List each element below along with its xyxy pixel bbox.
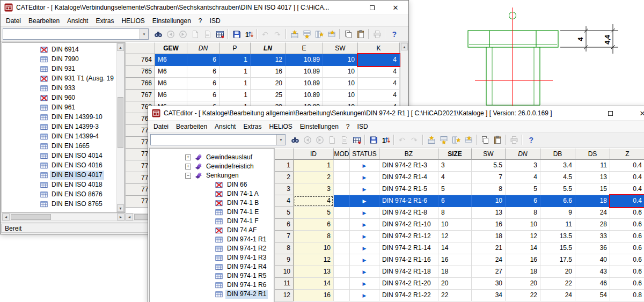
cell[interactable]: 20 xyxy=(251,78,286,90)
cell[interactable]: 14 xyxy=(506,242,540,254)
cell[interactable]: 12 xyxy=(294,254,334,266)
cell[interactable]: 8 xyxy=(438,207,472,219)
cell[interactable]: ▶ xyxy=(350,160,379,172)
cell[interactable]: 13 xyxy=(472,207,506,219)
insert-row-below-button[interactable] xyxy=(301,28,313,40)
nav-back-button[interactable] xyxy=(164,28,177,40)
cell[interactable]: 33 xyxy=(575,231,610,242)
row-header[interactable]: 9 xyxy=(275,254,294,266)
tree-item-din-74-af[interactable]: DIN 74 AF xyxy=(225,226,258,235)
cell[interactable]: DIN 974-2 R1-6 xyxy=(379,195,438,207)
cell[interactable]: 16 xyxy=(251,66,286,78)
cell[interactable]: ▶ xyxy=(350,231,379,242)
copy-button[interactable] xyxy=(342,28,354,40)
row-header[interactable]: 7 xyxy=(275,231,294,242)
cell[interactable]: 20 xyxy=(506,278,540,290)
column-header-id[interactable]: ID xyxy=(294,148,334,160)
column-header-z[interactable]: Z xyxy=(610,148,644,160)
open-document-button[interactable] xyxy=(338,134,350,146)
redo-button[interactable]: ↷ xyxy=(408,134,421,146)
cell[interactable]: 0.6 xyxy=(610,231,644,242)
cell[interactable]: 27 xyxy=(472,266,506,278)
tree-item-din-en-14399-3[interactable]: DIN EN 14399-3 xyxy=(50,122,100,131)
quick-select-combo[interactable] xyxy=(3,28,149,40)
cell[interactable]: ▶ xyxy=(350,242,379,254)
menu-help[interactable]: ? xyxy=(195,16,206,26)
paste-button[interactable] xyxy=(491,134,503,146)
row-header[interactable]: 765 xyxy=(126,66,155,78)
cell[interactable]: 10 xyxy=(323,78,358,90)
cell[interactable] xyxy=(334,219,350,231)
cell[interactable]: 5 xyxy=(506,183,540,195)
row-header[interactable]: 12 xyxy=(275,290,294,301)
titlebar[interactable]: CATEditor - [ Kataloge\Verbindungselemen… xyxy=(1,1,408,15)
column-header-sw[interactable]: SW xyxy=(472,148,506,160)
tree-item-din-931[interactable]: DIN 931 xyxy=(50,64,77,73)
column-header-status[interactable]: STATUS xyxy=(350,148,379,160)
print-button[interactable] xyxy=(508,134,520,146)
tree-item-din-74-1-e[interactable]: DIN 74-1 E xyxy=(225,208,260,217)
cell[interactable]: 13 xyxy=(575,172,610,183)
cell[interactable]: 6 xyxy=(438,195,472,207)
cell[interactable]: 0.4 xyxy=(610,160,644,172)
row-header[interactable]: 10 xyxy=(275,266,294,278)
column-header-mod[interactable]: MOD xyxy=(334,148,350,160)
cell[interactable]: 34 xyxy=(472,290,506,301)
cell[interactable]: DIN 974-2 R1-20 xyxy=(379,278,438,290)
row-header[interactable]: 5 xyxy=(275,207,294,219)
cell[interactable] xyxy=(334,242,350,254)
cell[interactable]: DIN 974-2 R1-12 xyxy=(379,231,438,242)
menu-ansicht[interactable]: Ansicht xyxy=(63,16,92,26)
cell[interactable]: 3 xyxy=(294,183,334,195)
cell[interactable]: 0.6 xyxy=(610,278,644,290)
insert-row-above-button[interactable] xyxy=(425,134,437,146)
cell[interactable]: 13 xyxy=(294,266,334,278)
print-button[interactable] xyxy=(371,28,383,40)
cell[interactable]: 25 xyxy=(251,90,286,101)
nav-back-button[interactable] xyxy=(301,134,313,146)
tree-item-din-74-1-f[interactable]: DIN 74-1 F xyxy=(225,217,260,226)
cell[interactable]: DIN 974-2 R1-22 xyxy=(379,290,438,301)
tree-item-din-en-iso-4018[interactable]: DIN EN ISO 4018 xyxy=(50,180,104,189)
cell[interactable]: 20 xyxy=(540,266,575,278)
cell[interactable]: 22 xyxy=(438,290,472,301)
cell[interactable]: 10 xyxy=(294,242,334,254)
scrollbar-thumb[interactable] xyxy=(11,214,51,220)
cell[interactable]: ▶ xyxy=(350,195,379,207)
cell[interactable]: 4 xyxy=(358,90,400,101)
renumber-button[interactable]: 1 xyxy=(379,134,392,146)
cell[interactable]: ▶ xyxy=(350,254,379,266)
cell[interactable]: ▶ xyxy=(350,266,379,278)
menu-help[interactable]: ? xyxy=(342,121,354,132)
row-header[interactable]: 766 xyxy=(126,78,155,90)
tree-item-din-974-2-r1[interactable]: DIN 974-2 R1 xyxy=(225,290,268,299)
cell[interactable]: 6 xyxy=(294,219,334,231)
combo-dropdown-button[interactable] xyxy=(276,135,285,145)
cell[interactable] xyxy=(334,207,350,219)
row-header[interactable]: 2 xyxy=(275,172,294,183)
redo-button[interactable]: ↷ xyxy=(272,28,284,40)
cell[interactable]: 7 xyxy=(472,172,506,183)
titlebar[interactable]: CATEditor - [ Kataloge\Bearbeitung allge… xyxy=(148,106,644,121)
cell[interactable]: 10 xyxy=(323,54,358,66)
cell[interactable] xyxy=(334,266,350,278)
cell[interactable]: 14 xyxy=(294,278,334,290)
tree-item-din-en-iso-8765[interactable]: DIN EN ISO 8765 xyxy=(50,200,104,209)
copy-button[interactable] xyxy=(479,134,491,146)
menu-bearbeiten[interactable]: Bearbeiten xyxy=(172,121,211,132)
cell[interactable]: 24 xyxy=(540,290,575,301)
tree-item-din-74-1-a[interactable]: DIN 74-1 A xyxy=(225,189,260,198)
column-header-sw[interactable]: SW xyxy=(323,42,358,54)
cell[interactable] xyxy=(334,290,350,301)
cell[interactable]: 0.6 xyxy=(610,254,644,266)
menu-extras[interactable]: Extras xyxy=(239,121,265,132)
column-header-e[interactable]: E xyxy=(286,42,323,54)
tree-item-din-974-1-r5[interactable]: DIN 974-1 R5 xyxy=(225,271,268,281)
column-header-dn[interactable]: DN xyxy=(506,148,540,160)
tree-item-din-974-1-r2[interactable]: DIN 974-1 R2 xyxy=(225,244,268,253)
cell[interactable]: 40 xyxy=(575,254,610,266)
help-button[interactable]: ? xyxy=(524,134,537,146)
scroll-right-button[interactable] xyxy=(117,213,125,220)
cell[interactable]: DIN 974-2 R1-14 xyxy=(379,242,438,254)
cell[interactable]: 1 xyxy=(294,160,334,172)
